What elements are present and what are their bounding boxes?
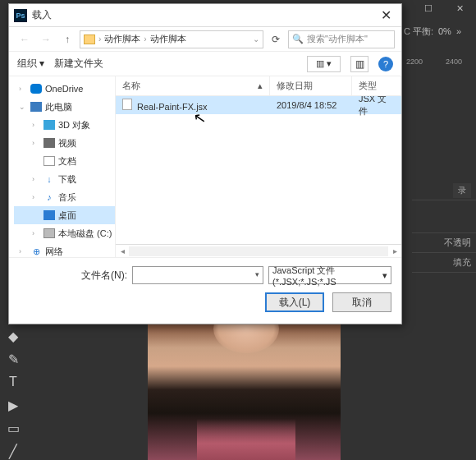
sidebar-tree: ›OneDrive⌄此电脑›3D 对象›视频文档›↓下载›♪音乐桌面›本地磁盘 …: [9, 76, 116, 257]
column-name[interactable]: 名称 ▴: [116, 76, 270, 95]
sidebar-item-label: 3D 对象: [58, 119, 90, 131]
scroll-right-icon[interactable]: ▸: [388, 246, 401, 255]
cloud-icon: [30, 84, 42, 94]
file-icon: [122, 99, 132, 110]
desk-icon: [43, 210, 55, 220]
dialog-title: 载入: [32, 8, 376, 22]
chevron-right-icon[interactable]: »: [456, 26, 461, 36]
pencil-tool-icon[interactable]: ✎: [2, 350, 25, 368]
ps-maximize-icon[interactable]: ☐: [420, 3, 437, 14]
nav-forward-button[interactable]: →: [37, 30, 55, 48]
chevron-right-icon: ›: [144, 34, 146, 44]
file-date: 2019/8/4 18:52: [270, 100, 352, 110]
sidebar-item-label: 下载: [58, 173, 76, 186]
file-row[interactable]: Real-Paint-FX.jsx2019/8/4 18:52JSX 文件: [116, 96, 401, 114]
sidebar-item[interactable]: ›OneDrive: [14, 80, 115, 98]
tree-toggle-icon[interactable]: ›: [32, 175, 40, 183]
help-button[interactable]: ?: [378, 57, 393, 71]
sidebar-item[interactable]: 文档: [14, 152, 115, 170]
disk-icon: [43, 228, 55, 238]
scroll-left-icon[interactable]: ◂: [116, 246, 129, 255]
tree-toggle-icon[interactable]: ›: [32, 229, 40, 237]
breadcrumb-item[interactable]: 动作脚本: [150, 33, 186, 45]
cube-icon: [43, 120, 55, 130]
document-canvas: [148, 304, 341, 460]
type-tool-icon[interactable]: T: [2, 373, 25, 391]
horizontal-scrollbar[interactable]: ◂ ▸: [116, 244, 401, 257]
net-icon: ⊕: [30, 246, 42, 256]
file-type: JSX 文件: [352, 96, 401, 117]
sidebar-item[interactable]: ›视频: [14, 134, 115, 152]
panel-tab[interactable]: 录: [453, 183, 471, 198]
sidebar-item[interactable]: ⌄此电脑: [14, 98, 115, 116]
ps-ruler: 2200 2400 2600 2800: [406, 58, 476, 66]
balance-label: C 平衡:: [404, 25, 433, 38]
tree-toggle-icon[interactable]: ›: [19, 85, 27, 93]
search-input[interactable]: 🔍 搜索"动作脚本": [288, 30, 395, 48]
load-button[interactable]: 载入(L): [265, 292, 324, 312]
sidebar-item-label: 此电脑: [45, 101, 72, 113]
chevron-down-icon[interactable]: ⌄: [253, 34, 259, 44]
tree-toggle-icon[interactable]: ›: [32, 193, 40, 201]
sidebar-item[interactable]: 桌面: [14, 206, 115, 224]
sidebar-item-label: 网络: [45, 246, 63, 258]
chevron-down-icon: ▾: [382, 270, 387, 281]
breadcrumb-item[interactable]: 动作脚本: [104, 33, 140, 45]
dialog-close-button[interactable]: ✕: [376, 7, 396, 23]
cancel-button[interactable]: 取消: [332, 292, 391, 312]
breadcrumb[interactable]: › 动作脚本 › 动作脚本 ⌄: [80, 30, 263, 48]
column-headers: 名称 ▴ 修改日期 类型: [116, 76, 401, 96]
monitor-icon: [30, 102, 42, 112]
film-icon: [43, 138, 55, 148]
arrow-icon: ↓: [43, 174, 55, 184]
shape-tool-icon[interactable]: ▭: [2, 419, 25, 437]
refresh-button[interactable]: ⟳: [267, 34, 285, 45]
sidebar-item-label: 视频: [58, 137, 76, 150]
scrollbar-track[interactable]: [129, 246, 388, 256]
sidebar-item-label: 桌面: [58, 209, 76, 222]
tree-toggle-icon[interactable]: ›: [32, 139, 40, 147]
column-date[interactable]: 修改日期: [270, 76, 352, 95]
ps-toolbox: ✱ ◆ ✎ T ▶ ▭ ╱ ✋ ◑: [2, 304, 25, 460]
search-icon: 🔍: [292, 34, 304, 44]
ps-close-icon[interactable]: ✕: [451, 3, 468, 14]
balance-value: 0%: [438, 26, 451, 36]
doc-icon: [43, 156, 55, 166]
folder-icon: [84, 34, 95, 44]
chevron-right-icon: ›: [98, 34, 101, 44]
sidebar-item-label: 本地磁盘 (C:): [58, 228, 112, 240]
filename-input[interactable]: ▾: [132, 266, 263, 284]
sidebar-item-label: 文档: [58, 155, 76, 168]
path-tool-icon[interactable]: ▶: [2, 396, 25, 414]
view-mode-button[interactable]: ▥ ▾: [307, 56, 341, 72]
chevron-down-icon[interactable]: ▾: [255, 270, 259, 278]
organize-button[interactable]: 组织 ▾: [17, 57, 44, 71]
tree-toggle-icon[interactable]: ⌄: [19, 103, 27, 111]
new-folder-button[interactable]: 新建文件夹: [54, 57, 103, 71]
sidebar-item[interactable]: ›♪音乐: [14, 188, 115, 206]
sidebar-item[interactable]: ›↓下载: [14, 170, 115, 188]
nav-up-button[interactable]: ↑: [58, 30, 76, 48]
stamp-tool-icon[interactable]: ◆: [2, 327, 25, 345]
dialog-titlebar: Ps 载入 ✕: [9, 4, 401, 27]
preview-pane-button[interactable]: ▥: [350, 56, 368, 72]
music-icon: ♪: [43, 192, 55, 202]
sidebar-item[interactable]: ›3D 对象: [14, 116, 115, 134]
sort-indicator-icon: ▴: [258, 80, 263, 91]
filename-label: 文件名(N):: [81, 269, 127, 283]
nav-back-button[interactable]: ←: [16, 30, 34, 48]
file-type-filter[interactable]: JavaScript 文件 (*.JSX;*.JS;*.JS ▾: [268, 266, 391, 284]
ps-layers-panel: 录 不透明 填充: [412, 181, 476, 273]
sidebar-item-label: 音乐: [58, 191, 76, 204]
column-type[interactable]: 类型: [352, 76, 401, 95]
ps-app-icon: Ps: [14, 9, 27, 22]
sidebar-item[interactable]: ›本地磁盘 (C:): [14, 224, 115, 242]
line-tool-icon[interactable]: ╱: [2, 442, 25, 460]
sidebar-item[interactable]: ›⊕网络: [14, 242, 115, 257]
search-placeholder: 搜索"动作脚本": [307, 33, 368, 45]
tree-toggle-icon[interactable]: ›: [32, 121, 40, 129]
opacity-label: 不透明: [444, 237, 471, 249]
fill-label: 填充: [453, 256, 471, 269]
tree-toggle-icon[interactable]: ›: [19, 247, 27, 255]
sidebar-item-label: OneDrive: [45, 84, 83, 94]
